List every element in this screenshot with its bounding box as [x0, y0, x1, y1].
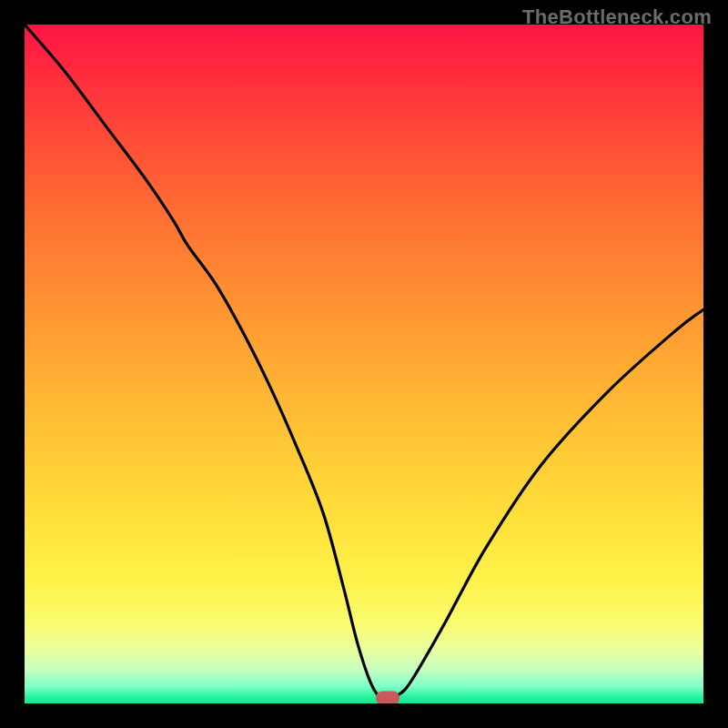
- plot-area: [25, 25, 703, 703]
- bottleneck-curve: [25, 25, 703, 703]
- optimum-marker: [376, 692, 399, 703]
- chart-frame: TheBottleneck.com: [0, 0, 728, 728]
- watermark-label: TheBottleneck.com: [522, 5, 712, 29]
